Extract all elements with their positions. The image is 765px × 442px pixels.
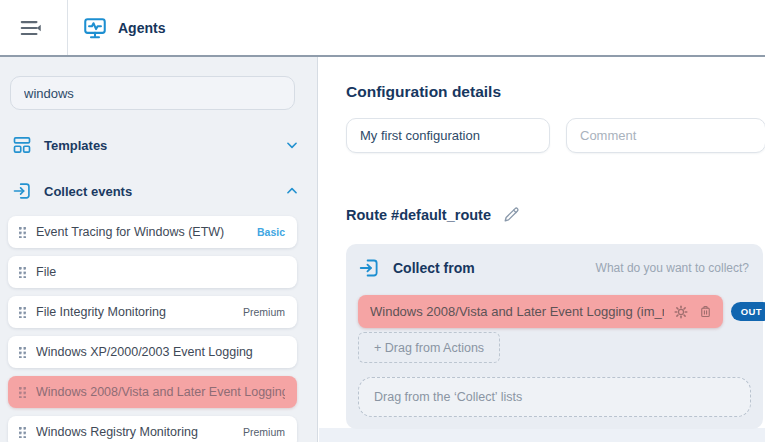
drag-handle-icon	[19, 387, 26, 398]
basic-badge: Basic	[257, 226, 285, 238]
list-item-file-integrity-monitoring[interactable]: File Integrity Monitoring Premium	[8, 296, 297, 328]
edit-route-button[interactable]	[502, 205, 521, 224]
topbar-divider	[67, 0, 68, 55]
sidebar-collapse-button[interactable]	[15, 12, 47, 44]
route-title: Route #default_route	[346, 207, 491, 223]
module-card-windows-2008-event-logging[interactable]: Windows 2008/Vista and Later Event Loggi…	[358, 295, 723, 328]
module-delete-button[interactable]	[698, 304, 714, 320]
app-logo: Agents	[82, 15, 165, 41]
module-settings-button[interactable]	[673, 304, 689, 320]
list-item-windows-2008-event-logging[interactable]: Windows 2008/Vista and Later Event Loggi…	[8, 376, 297, 408]
main-content: Configuration details Route #default_rou…	[319, 57, 765, 442]
configuration-name-input[interactable]	[346, 118, 550, 153]
list-item-file[interactable]: File	[8, 256, 297, 288]
chevron-down-icon	[285, 138, 299, 152]
list-item-label: Event Tracing for Windows (ETW)	[36, 225, 249, 239]
premium-badge: Premium	[243, 306, 285, 318]
collect-events-list: Event Tracing for Windows (ETW) Basic Fi…	[0, 216, 317, 442]
list-item-label: Windows 2008/Vista and Later Event Loggi…	[36, 385, 285, 399]
gear-icon	[673, 304, 689, 320]
drag-handle-icon	[19, 227, 26, 238]
panel-title: Collect from	[393, 260, 596, 276]
collect-dropzone[interactable]: Drag from the ‘Collect’ lists	[358, 377, 751, 417]
drag-handle-icon	[19, 427, 26, 438]
collect-events-icon	[12, 181, 32, 201]
sidebar-section-collect-events[interactable]: Collect events	[0, 179, 317, 203]
sidebar: Templates Collect events Event Tracing f…	[0, 57, 318, 442]
list-item-label: Windows Registry Monitoring	[36, 425, 235, 439]
module-label: Windows 2008/Vista and Later Event Loggi…	[370, 304, 664, 319]
templates-icon	[12, 135, 32, 155]
list-item-label: File	[36, 265, 285, 279]
collect-from-panel: Collect from What do you want to collect…	[346, 244, 763, 429]
page-title: Configuration details	[346, 83, 765, 101]
sidebar-collapse-icon	[18, 15, 44, 41]
sidebar-section-templates[interactable]: Templates	[0, 133, 317, 157]
list-item-event-tracing-etw[interactable]: Event Tracing for Windows (ETW) Basic	[8, 216, 297, 248]
agents-monitor-pulse-icon	[82, 15, 108, 41]
drag-handle-icon	[19, 347, 26, 358]
drag-from-actions-button[interactable]: + Drag from Actions	[358, 332, 500, 363]
premium-badge: Premium	[243, 426, 285, 438]
list-item-label: File Integrity Monitoring	[36, 305, 235, 319]
chevron-up-icon	[285, 184, 299, 198]
sidebar-section-label: Collect events	[44, 184, 285, 199]
topbar: Agents	[0, 0, 765, 57]
collect-from-icon	[358, 257, 380, 279]
out-badge: OUT	[731, 302, 765, 321]
drag-handle-icon	[19, 267, 26, 278]
app-title: Agents	[118, 20, 165, 36]
drag-handle-icon	[19, 307, 26, 318]
trash-icon	[698, 304, 713, 319]
comment-input[interactable]	[566, 118, 765, 153]
sidebar-section-label: Templates	[44, 138, 285, 153]
search-input[interactable]	[10, 76, 295, 110]
list-item-windows-xp-event-logging[interactable]: Windows XP/2000/2003 Event Logging	[8, 336, 297, 368]
pencil-icon	[502, 205, 521, 224]
list-item-windows-registry-monitoring[interactable]: Windows Registry Monitoring Premium	[8, 416, 297, 442]
list-item-label: Windows XP/2000/2003 Event Logging	[36, 345, 285, 359]
panel-hint: What do you want to collect?	[596, 261, 749, 275]
page-background-strip	[319, 428, 765, 442]
